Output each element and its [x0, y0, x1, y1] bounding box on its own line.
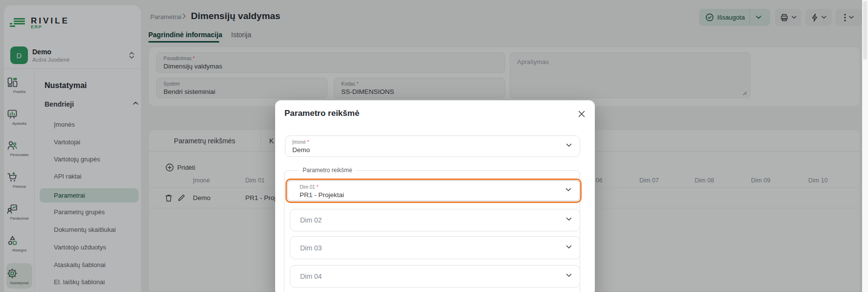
modal-imone-value: Demo [292, 146, 580, 154]
chevron-down-icon [566, 143, 572, 147]
modal-dim01-select[interactable]: Dim 01 * PR1 - Projektai [287, 180, 580, 201]
field-label: Dim 01 [300, 184, 315, 190]
field-label: Dim 04 [300, 272, 322, 280]
chevron-down-icon [565, 188, 571, 192]
close-button[interactable] [575, 108, 588, 120]
parameter-value-modal: Parametro reikšmė Įmonė * Demo Parametro… [275, 100, 595, 292]
chevron-down-icon [566, 245, 572, 249]
modal-dim01-value: PR1 - Projektai [300, 191, 579, 199]
field-label: Įmonė [292, 139, 306, 145]
chevron-down-icon [566, 273, 572, 277]
close-icon [578, 111, 585, 117]
group-legend: Parametro reikšmė [299, 167, 355, 174]
field-label: Dim 03 [300, 244, 322, 252]
modal-imone-select[interactable]: Įmonė * Demo [285, 135, 580, 157]
modal-title: Parametro reikšmė [284, 109, 359, 118]
modal-dim01-select-focused: Dim 01 * PR1 - Projektai [285, 179, 582, 203]
scrollbar-thumb[interactable] [863, 1, 867, 60]
required-marker: * [316, 184, 318, 190]
modal-dim03-select[interactable]: Dim 03 [290, 236, 580, 259]
app-root: RIVILE ERP D Demo Aušra Juodienė [0, 0, 868, 292]
modal-dim04-select[interactable]: Dim 04 [290, 265, 580, 288]
field-label: Dim 02 [300, 216, 322, 224]
chevron-down-icon [566, 217, 572, 221]
required-marker: * [307, 139, 309, 145]
page-scrollbar[interactable] [862, 0, 868, 292]
modal-dim02-select[interactable]: Dim 02 [290, 209, 580, 231]
